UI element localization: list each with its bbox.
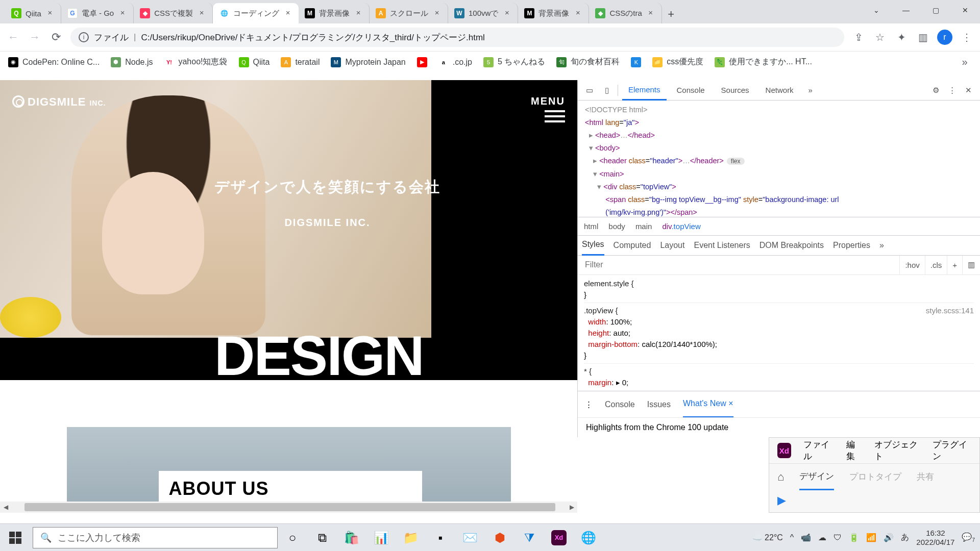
close-icon[interactable]: × — [502, 9, 511, 18]
close-icon[interactable]: × — [728, 399, 733, 408]
drawer-tab-console[interactable]: Console — [605, 400, 635, 409]
store-icon[interactable]: 🛍️ — [341, 527, 362, 548]
extensions-icon[interactable]: ✦ — [894, 30, 909, 44]
back-icon[interactable]: ← — [6, 30, 20, 44]
styles-pane-toggle-icon[interactable]: ▥ — [962, 256, 980, 274]
tab-8[interactable]: ◆CSSのtra× — [589, 3, 662, 23]
xd-app-icon[interactable]: Xd — [777, 443, 791, 458]
tab-network[interactable]: Network — [760, 80, 800, 101]
scroll-thumb[interactable] — [24, 503, 555, 511]
scroll-left-icon[interactable]: ◀ — [0, 502, 11, 513]
close-icon[interactable]: × — [646, 9, 655, 18]
share-icon[interactable]: ⇪ — [851, 30, 866, 44]
bookmarks-overflow-icon[interactable]: » — [958, 55, 972, 69]
tab-3[interactable]: 🌐コーディング× — [213, 3, 299, 23]
hov-toggle[interactable]: :hov — [899, 256, 924, 274]
close-window-icon[interactable]: ✕ — [950, 0, 980, 20]
xd-menu-plugin[interactable]: プラグイン — [933, 439, 971, 462]
tab-sources[interactable]: Sources — [715, 80, 755, 101]
styles-pane[interactable]: element.style { } .topView {style.scss:1… — [578, 275, 980, 391]
volume-icon[interactable]: 🔊 — [884, 533, 894, 542]
xd-mode-design[interactable]: デザイン — [799, 464, 834, 490]
office-icon[interactable]: ⬢ — [489, 527, 510, 548]
battery-icon[interactable]: 🔋 — [849, 533, 859, 542]
bookmark-item[interactable]: 🦎使用できますか... HT... — [715, 57, 812, 67]
meet-now-icon[interactable]: 📹 — [801, 533, 811, 542]
scroll-right-icon[interactable]: ▶ — [566, 502, 577, 513]
close-icon[interactable]: × — [432, 9, 442, 18]
vscode-icon[interactable]: ⧩ — [519, 527, 540, 548]
notifications-icon[interactable]: 💬7 — [962, 532, 975, 543]
start-button[interactable] — [0, 524, 31, 552]
tabs-dropdown-icon[interactable]: ⌄ — [862, 0, 891, 20]
bookmark-item[interactable]: QQiita — [239, 57, 270, 67]
device-toggle-icon[interactable]: ▯ — [600, 85, 614, 96]
devtools-menu-icon[interactable]: ⋮ — [945, 85, 959, 96]
horizontal-scrollbar[interactable]: ◀ ▶ — [0, 502, 577, 513]
clock[interactable]: 16:322022/04/17 — [916, 529, 954, 547]
bookmark-item[interactable]: a.co.jp — [438, 57, 472, 67]
forward-icon[interactable]: → — [28, 30, 42, 44]
tab-console[interactable]: Console — [671, 80, 711, 101]
cls-toggle[interactable]: .cls — [925, 256, 947, 274]
inspect-icon[interactable]: ▭ — [583, 85, 596, 96]
tab-2[interactable]: ◆CSSで複製× — [134, 3, 213, 23]
bookmark-star-icon[interactable]: ☆ — [873, 30, 887, 44]
tab-event-listeners[interactable]: Event Listeners — [694, 241, 750, 250]
tab-1[interactable]: G電卓 - Go× — [61, 3, 134, 23]
settings-icon[interactable]: ⚙ — [929, 85, 942, 96]
styles-filter-input[interactable] — [578, 260, 899, 269]
close-icon[interactable]: × — [197, 9, 206, 18]
chrome-menu-icon[interactable]: ⋮ — [960, 30, 974, 44]
close-icon[interactable]: × — [45, 9, 55, 18]
bookmark-item[interactable]: ◉CodePen: Online C... — [8, 57, 100, 67]
more-tabs-icon[interactable]: » — [804, 85, 817, 96]
reload-icon[interactable]: ⟳ — [49, 30, 63, 44]
xd-menu-file[interactable]: ファイル — [803, 439, 835, 462]
drawer-tab-whatsnew[interactable]: What's New × — [683, 391, 733, 418]
tab-5[interactable]: Aスクロール× — [370, 3, 448, 23]
xd-menu-edit[interactable]: 編集 — [846, 439, 862, 462]
close-icon[interactable]: × — [354, 9, 363, 18]
app-icon[interactable]: 📊 — [371, 527, 392, 548]
bookmark-item[interactable]: ▶ — [417, 57, 427, 67]
site-info-icon[interactable]: i — [79, 32, 89, 42]
hamburger-icon[interactable] — [545, 110, 565, 122]
new-tab-button[interactable]: + — [662, 5, 680, 23]
tab-7[interactable]: M背景画像× — [518, 3, 589, 23]
taskbar-search[interactable]: 🔍ここに入力して検索 — [33, 527, 278, 548]
close-icon[interactable]: × — [118, 9, 127, 18]
tab-layout[interactable]: Layout — [660, 241, 684, 250]
terminal-icon[interactable]: ▪ — [430, 527, 451, 548]
drawer-menu-icon[interactable]: ⋮ — [585, 400, 593, 409]
cortana-icon[interactable]: ○ — [282, 527, 303, 548]
explorer-icon[interactable]: 📁 — [400, 527, 422, 548]
maximize-icon[interactable]: ▢ — [921, 0, 950, 20]
tab-dom-breakpoints[interactable]: DOM Breakpoints — [760, 241, 824, 250]
xd-menu-object[interactable]: オブジェクト — [874, 439, 921, 462]
chrome-icon[interactable]: 🌐 — [578, 527, 599, 548]
profile-avatar[interactable]: r — [937, 30, 952, 45]
tab-0[interactable]: QQiita× — [5, 3, 61, 23]
dom-tree[interactable]: <!DOCTYPE html> <html lang="ja"> ▸<head>… — [578, 101, 980, 217]
tab-properties[interactable]: Properties — [833, 241, 870, 250]
more-styles-tabs-icon[interactable]: » — [879, 241, 884, 250]
onedrive-icon[interactable]: ☁ — [818, 533, 826, 542]
drawer-tab-issues[interactable]: Issues — [647, 400, 671, 409]
xd-taskbar-icon[interactable]: Xd — [548, 527, 570, 548]
devtools-close-icon[interactable]: ✕ — [962, 85, 975, 96]
bookmark-item[interactable]: MMyprotein Japan — [331, 57, 405, 67]
bookmark-item[interactable]: ⬢Node.js — [111, 57, 153, 67]
wifi-icon[interactable]: 📶 — [866, 533, 876, 542]
bookmark-item[interactable]: Ateratail — [281, 57, 320, 67]
bookmark-item[interactable]: 旬旬の食材百科 — [556, 57, 620, 67]
close-icon[interactable]: × — [573, 9, 582, 18]
sidepanel-icon[interactable]: ▥ — [916, 30, 930, 44]
site-logo[interactable]: DIGSMILE INC. — [12, 95, 106, 126]
new-rule-icon[interactable]: + — [947, 256, 962, 274]
tray-chevron-icon[interactable]: ^ — [790, 533, 794, 542]
minimize-icon[interactable]: — — [891, 0, 921, 20]
tab-computed[interactable]: Computed — [614, 241, 651, 250]
tab-6[interactable]: W100vwで× — [448, 3, 518, 23]
bookmark-item[interactable]: 📁css優先度 — [652, 57, 703, 67]
